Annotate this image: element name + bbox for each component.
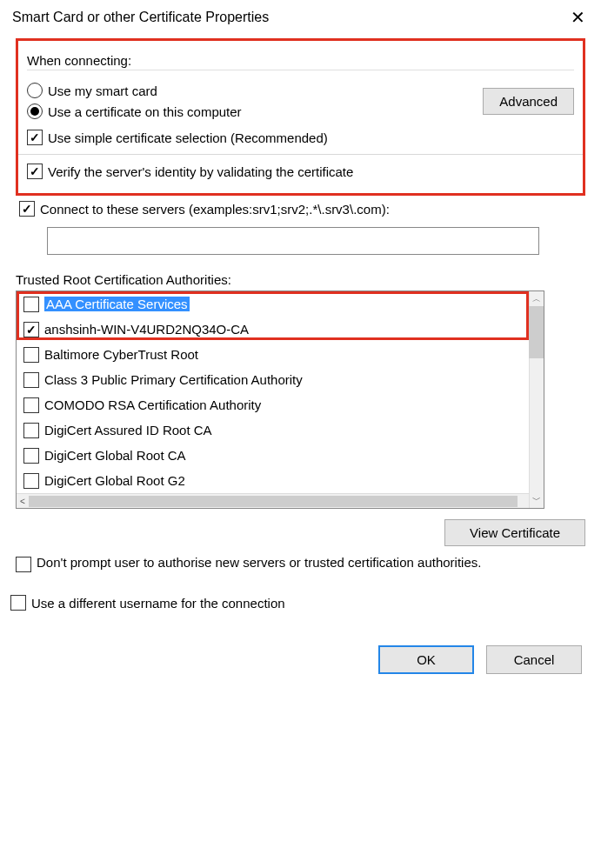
ca-list-item[interactable]: DigiCert Global Root G2 bbox=[17, 468, 544, 493]
checkbox-connect-servers[interactable] bbox=[19, 201, 35, 217]
vertical-scrollbar[interactable]: ︿ ﹀ bbox=[529, 291, 544, 508]
dialog-body: When connecting: Use my smart card Use a… bbox=[0, 38, 601, 690]
ca-item-checkbox[interactable] bbox=[23, 397, 39, 413]
horizontal-scrollbar[interactable]: < > bbox=[17, 493, 544, 508]
ca-item-label: Class 3 Public Primary Certification Aut… bbox=[44, 372, 303, 387]
ca-item-checkbox[interactable] bbox=[23, 347, 39, 363]
ca-list-item[interactable]: DigiCert Global Root CA bbox=[17, 443, 544, 468]
radio-use-smart-card[interactable] bbox=[27, 83, 43, 98]
connecting-section-highlight: When connecting: Use my smart card Use a… bbox=[16, 38, 585, 196]
ca-item-checkbox[interactable] bbox=[23, 473, 39, 489]
ca-item-label: Baltimore CyberTrust Root bbox=[44, 347, 198, 362]
cancel-button[interactable]: Cancel bbox=[486, 645, 582, 674]
ca-list-item[interactable]: AAA Certificate Services bbox=[17, 291, 544, 317]
ca-item-label: DigiCert Assured ID Root CA bbox=[44, 423, 212, 437]
view-certificate-button[interactable]: View Certificate bbox=[444, 519, 585, 546]
ca-item-checkbox[interactable] bbox=[23, 372, 39, 388]
ca-list-item[interactable]: DigiCert Assured ID Root CA bbox=[17, 417, 544, 443]
checkbox-simple-selection-label: Use simple certificate selection (Recomm… bbox=[48, 130, 328, 145]
ca-item-checkbox[interactable] bbox=[23, 448, 39, 464]
trusted-ca-heading: Trusted Root Certification Authorities: bbox=[16, 272, 585, 287]
checkbox-simple-selection[interactable] bbox=[27, 130, 43, 145]
ca-item-label: anshsinh-WIN-V4URD2NQ34O-CA bbox=[44, 322, 249, 337]
checkbox-dont-prompt-label: Don't prompt user to authorise new serve… bbox=[37, 555, 481, 570]
ca-item-checkbox[interactable] bbox=[23, 423, 39, 438]
divider bbox=[18, 154, 583, 155]
ca-item-label: DigiCert Global Root CA bbox=[44, 448, 186, 463]
ca-list-item[interactable]: Baltimore CyberTrust Root bbox=[17, 342, 544, 367]
close-icon[interactable]: ✕ bbox=[565, 7, 591, 28]
ca-item-checkbox[interactable] bbox=[23, 297, 39, 312]
checkbox-verify-identity[interactable] bbox=[27, 164, 43, 179]
radio-use-smart-card-label: Use my smart card bbox=[48, 83, 157, 98]
hscroll-thumb[interactable] bbox=[29, 496, 518, 507]
servers-input[interactable] bbox=[47, 227, 539, 255]
radio-use-computer-cert-label: Use a certificate on this computer bbox=[48, 104, 242, 119]
advanced-button[interactable]: Advanced bbox=[483, 88, 574, 115]
ca-item-checkbox[interactable] bbox=[23, 322, 39, 337]
scroll-up-icon[interactable]: ︿ bbox=[532, 291, 541, 307]
ca-item-label: AAA Certificate Services bbox=[44, 297, 190, 311]
titlebar: Smart Card or other Certificate Properti… bbox=[0, 0, 601, 33]
checkbox-dont-prompt[interactable] bbox=[16, 557, 31, 572]
radio-use-computer-cert[interactable] bbox=[27, 103, 43, 119]
ca-list-item[interactable]: COMODO RSA Certification Authority bbox=[17, 392, 544, 417]
ca-item-label: DigiCert Global Root G2 bbox=[44, 473, 185, 488]
checkbox-connect-servers-label: Connect to these servers (examples:srv1;… bbox=[40, 202, 390, 217]
when-connecting-heading: When connecting: bbox=[27, 53, 574, 70]
scrollbar-thumb[interactable] bbox=[529, 306, 544, 358]
ok-button[interactable]: OK bbox=[378, 645, 474, 674]
ca-list-item[interactable]: Class 3 Public Primary Certification Aut… bbox=[17, 367, 544, 392]
scroll-left-icon[interactable]: < bbox=[20, 495, 25, 508]
dialog-title: Smart Card or other Certificate Properti… bbox=[12, 10, 269, 25]
ca-item-label: COMODO RSA Certification Authority bbox=[44, 397, 261, 412]
scroll-down-icon[interactable]: ﹀ bbox=[532, 492, 541, 508]
checkbox-different-username-label: Use a different username for the connect… bbox=[31, 596, 285, 611]
ca-list-item[interactable]: anshsinh-WIN-V4URD2NQ34O-CA bbox=[17, 317, 544, 342]
checkbox-different-username[interactable] bbox=[10, 595, 26, 611]
checkbox-verify-identity-label: Verify the server's identity by validati… bbox=[48, 164, 353, 179]
trusted-ca-listbox[interactable]: AAA Certificate Servicesanshsinh-WIN-V4U… bbox=[16, 290, 544, 509]
